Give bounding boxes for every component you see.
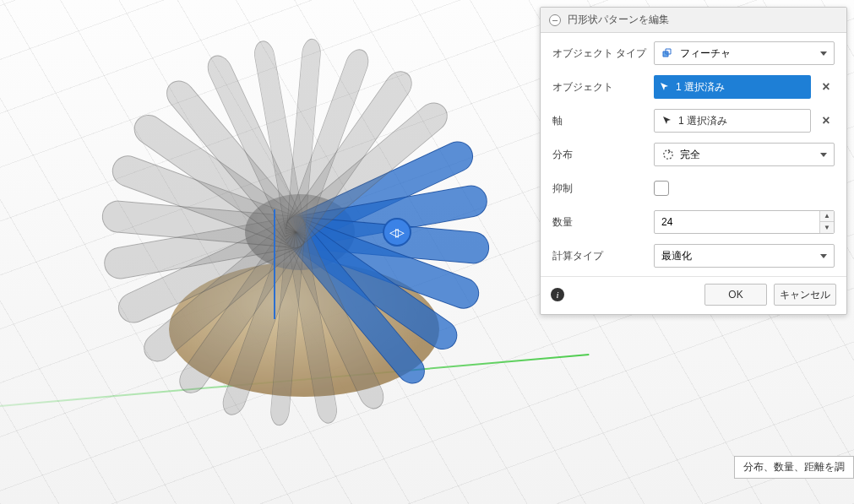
- row-quantity: 数量 ▲ ▼: [541, 205, 846, 239]
- collapse-icon[interactable]: –: [549, 14, 561, 26]
- turbine-blade: [286, 46, 373, 236]
- dialog-body: オブジェクト タイプ フィーチャ オブジェクト 1 選択済み: [541, 33, 846, 276]
- quantity-step-down[interactable]: ▼: [820, 222, 834, 233]
- info-icon[interactable]: i: [551, 288, 564, 301]
- dropdown-distribution[interactable]: 完全: [654, 143, 835, 166]
- turbine-blade: [286, 96, 454, 243]
- turbine-blade: [101, 216, 298, 281]
- turbine-hub-disc: [169, 262, 439, 397]
- turbine-blade: [160, 75, 306, 241]
- label-suppress: 抑制: [552, 182, 654, 196]
- full-circle-icon: [661, 148, 675, 161]
- svg-point-0: [664, 150, 672, 159]
- row-axis: 軸 1 選択済み ×: [541, 104, 846, 138]
- turbine-blade: [101, 199, 296, 248]
- turbine-blade: [108, 151, 302, 247]
- turbine-blade: [287, 220, 463, 356]
- input-quantity-field[interactable]: [661, 216, 814, 228]
- dropdown-object-type-value: フィーチャ: [680, 46, 731, 61]
- selection-axis[interactable]: 1 選択済み: [654, 109, 811, 133]
- row-distribution: 分布 完全: [541, 138, 846, 171]
- chevron-down-icon: [820, 51, 827, 56]
- ok-button[interactable]: OK: [704, 284, 767, 306]
- rotate-manipulator[interactable]: [383, 218, 411, 247]
- clear-axis-button[interactable]: ×: [818, 112, 835, 129]
- turbine-model: [51, 42, 558, 498]
- circular-pattern-dialog: – 円形状パターンを編集 オブジェクト タイプ フィーチャ オブジェクト: [540, 7, 847, 315]
- clear-objects-button[interactable]: ×: [818, 79, 835, 95]
- dropdown-distribution-value: 完全: [680, 148, 700, 162]
- row-object-type: オブジェクト タイプ フィーチャ: [541, 36, 846, 70]
- turbine-blade: [286, 230, 340, 425]
- dropdown-object-type[interactable]: フィーチャ: [654, 41, 835, 65]
- turbine-blade: [285, 227, 389, 413]
- status-hint: 分布、数量、距離を調: [734, 456, 854, 479]
- label-quantity: 数量: [552, 215, 654, 230]
- quantity-spinner: ▲ ▼: [819, 211, 834, 233]
- label-axis: 軸: [552, 114, 654, 128]
- dialog-title: 円形状パターンを編集: [568, 13, 669, 27]
- row-compute: 計算タイプ 最適化: [541, 239, 846, 273]
- chevron-down-icon: [820, 153, 827, 157]
- turbine-blade: [286, 224, 431, 390]
- cancel-button[interactable]: キャンセル: [774, 284, 836, 306]
- dialog-header: – 円形状パターンを編集: [541, 8, 846, 33]
- turbine-blade: [285, 66, 417, 240]
- checkbox-suppress[interactable]: [654, 181, 669, 196]
- label-objects: オブジェクト: [552, 80, 654, 95]
- cursor-icon: [661, 115, 673, 127]
- feature-icon: [661, 46, 675, 60]
- cursor-icon: [659, 81, 671, 93]
- selection-objects[interactable]: 1 選択済み: [654, 75, 811, 99]
- dropdown-compute[interactable]: 最適化: [654, 244, 835, 268]
- label-object-type: オブジェクト タイプ: [552, 46, 654, 61]
- turbine-blade: [173, 225, 306, 398]
- turbine-blade: [138, 221, 305, 368]
- turbine-blade: [203, 51, 307, 237]
- quantity-step-up[interactable]: ▲: [820, 211, 834, 222]
- turbine-blades: [296, 232, 296, 233]
- turbine-blade: [286, 38, 322, 233]
- turbine-blade: [128, 109, 304, 245]
- axis-handle-line[interactable]: [274, 209, 275, 319]
- turbine-blade: [219, 228, 307, 418]
- selection-axis-value: 1 選択済み: [678, 114, 727, 128]
- turbine-hub-cap: [245, 194, 355, 270]
- turbine-blade: [252, 39, 306, 234]
- row-suppress: 抑制: [541, 171, 846, 205]
- label-compute: 計算タイプ: [552, 249, 654, 263]
- row-objects: オブジェクト 1 選択済み ×: [541, 70, 846, 104]
- selection-objects-value: 1 選択済み: [676, 80, 725, 95]
- axis-line-green: [0, 354, 589, 407]
- label-distribution: 分布: [552, 148, 654, 162]
- dropdown-compute-value: 最適化: [661, 249, 692, 263]
- dialog-footer: i OK キャンセル: [541, 276, 846, 314]
- chevron-down-icon: [820, 254, 827, 258]
- input-quantity[interactable]: ▲ ▼: [654, 210, 835, 234]
